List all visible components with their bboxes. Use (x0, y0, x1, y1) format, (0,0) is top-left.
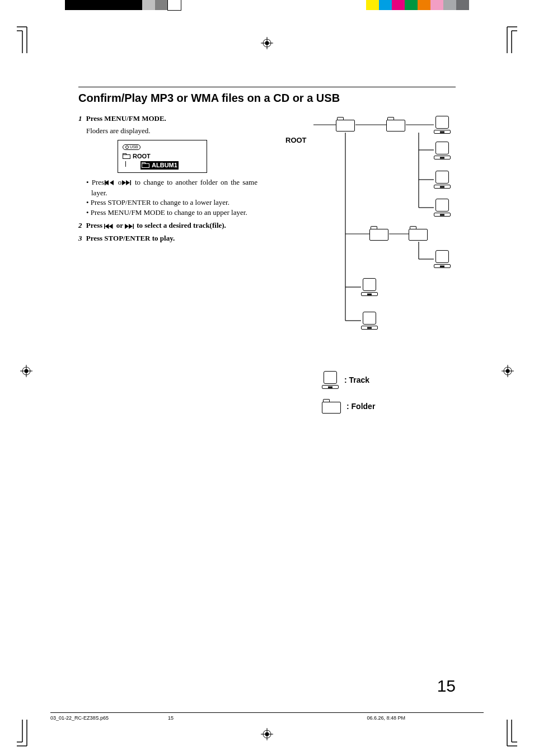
page-number: 15 (437, 677, 456, 696)
track-icon (434, 142, 451, 159)
next-track-icon (127, 178, 132, 188)
lcd-root: ROOT (133, 152, 151, 161)
crop-marks (17, 22, 56, 56)
track-icon (434, 116, 451, 134)
step-text: Press MENU/FM MODE. (86, 114, 166, 123)
svg-marker-25 (125, 224, 129, 229)
legend-track-label: : Track (344, 375, 369, 384)
step-number: 3 (78, 234, 82, 242)
svg-rect-27 (133, 224, 134, 229)
lcd-display: USB ROOT ALBUM1 (118, 140, 207, 173)
svg-marker-20 (126, 180, 130, 185)
svg-marker-18 (110, 180, 114, 185)
track-icon (434, 199, 451, 217)
step-number: 2 (78, 221, 82, 229)
folder-icon (336, 117, 355, 132)
track-icon (434, 250, 451, 268)
section-title: Confirm/Play MP3 or WMA files on a CD or… (78, 92, 456, 105)
folder-icon (322, 399, 341, 414)
svg-marker-23 (105, 224, 109, 229)
bullet: Press or to change to another folder on … (86, 177, 257, 198)
svg-rect-21 (130, 180, 131, 185)
folder-icon (142, 162, 149, 168)
step-subtext: Floders are displayed. (86, 126, 257, 136)
bullet: Press MENU/FM MODE to change to an upper… (86, 208, 257, 218)
lcd-album: ALBUM1 (152, 161, 177, 170)
colorbar-right (366, 0, 469, 10)
svg-marker-19 (122, 180, 126, 185)
tree-diagram: ROOT (280, 114, 456, 461)
usb-badge: USB (123, 144, 140, 150)
crop-marks (478, 717, 517, 750)
footer-date: 06.6.26, 8:48 PM (367, 715, 405, 722)
section-rule (78, 87, 456, 87)
folder-icon (369, 226, 388, 241)
instructions-column: 1 Press MENU/FM MODE. Floders are displa… (78, 114, 257, 461)
track-icon (434, 171, 451, 189)
folder-icon (123, 153, 130, 159)
svg-marker-24 (109, 224, 113, 229)
colorbar-left (65, 0, 181, 10)
next-track-icon (125, 222, 135, 232)
registration-mark-top (261, 37, 273, 49)
step-number: 1 (78, 114, 82, 123)
step-text: Press or to select a desired track(file)… (86, 221, 226, 229)
step-text: Press STOP/ENTER to play. (86, 234, 175, 242)
track-icon (361, 278, 378, 296)
folder-icon (386, 117, 405, 132)
svg-rect-22 (104, 224, 105, 229)
folder-icon (409, 226, 428, 241)
registration-mark-left (20, 365, 32, 377)
prev-track-icon (104, 222, 114, 232)
svg-marker-26 (129, 224, 133, 229)
footer-page: 15 (168, 715, 313, 722)
bullet: Press STOP/ENTER to change to a lower la… (86, 198, 257, 208)
registration-mark-right (502, 365, 514, 377)
legend-folder-label: : Folder (346, 402, 375, 411)
crop-marks (478, 22, 517, 56)
bullet-list: Press or to change to another folder on … (86, 177, 257, 217)
track-icon (322, 371, 339, 389)
registration-mark-bottom (261, 728, 273, 740)
track-icon (361, 312, 378, 330)
legend: : Track : Folder (322, 371, 375, 424)
footer: 03_01-22_RC-EZ38S.p65 15 06.6.26, 8:48 P… (50, 712, 484, 722)
footer-file: 03_01-22_RC-EZ38S.p65 (50, 715, 168, 722)
